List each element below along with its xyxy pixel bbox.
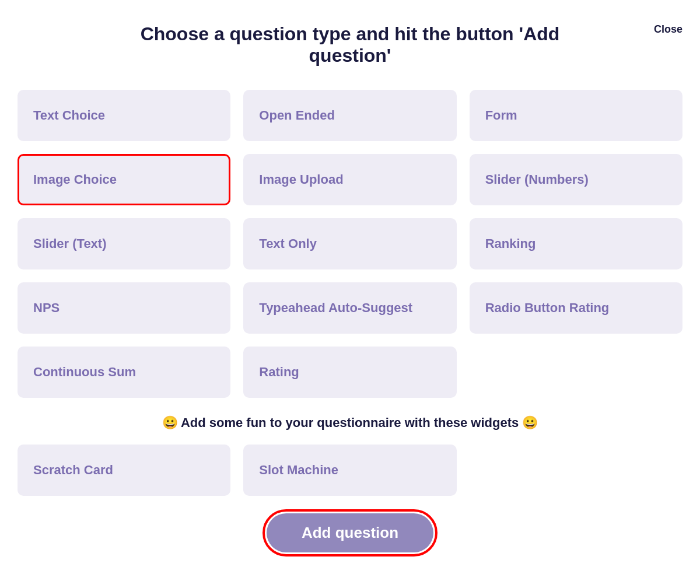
widget-card-scratch-card[interactable]: Scratch Card xyxy=(18,444,230,496)
card-label-slider-numbers: Slider (Numbers) xyxy=(485,172,589,187)
card-slider-numbers[interactable]: Slider (Numbers) xyxy=(470,154,682,205)
card-continuous-sum[interactable]: Continuous Sum xyxy=(18,346,230,398)
card-label-image-upload: Image Upload xyxy=(259,172,343,187)
card-label-open-ended: Open Ended xyxy=(259,108,335,123)
widget-label-slot-machine: Slot Machine xyxy=(259,463,338,477)
widgets-section-title: 😀 Add some fun to your questionnaire wit… xyxy=(18,415,682,430)
widget-card-slot-machine[interactable]: Slot Machine xyxy=(243,444,456,496)
card-label-text-choice: Text Choice xyxy=(33,108,105,123)
card-form[interactable]: Form xyxy=(470,90,682,141)
page-title: Choose a question type and hit the butto… xyxy=(117,23,583,66)
widgets-grid: Scratch CardSlot Machine xyxy=(18,444,682,496)
card-rating[interactable]: Rating xyxy=(243,346,456,398)
card-label-radio-button-rating: Radio Button Rating xyxy=(485,300,610,315)
question-type-grid: Text ChoiceOpen EndedFormImage ChoiceIma… xyxy=(18,90,682,398)
card-label-slider-text: Slider (Text) xyxy=(33,236,107,251)
page-header: Choose a question type and hit the butto… xyxy=(18,18,682,66)
close-button[interactable]: Close xyxy=(654,23,682,36)
card-label-typeahead: Typeahead Auto-Suggest xyxy=(259,300,412,315)
card-text-only[interactable]: Text Only xyxy=(243,218,456,270)
card-label-rating: Rating xyxy=(259,365,299,379)
card-image-choice[interactable]: Image Choice xyxy=(18,154,230,205)
card-text-choice[interactable]: Text Choice xyxy=(18,90,230,141)
card-open-ended[interactable]: Open Ended xyxy=(243,90,456,141)
add-question-button[interactable]: Add question xyxy=(267,513,433,552)
card-ranking[interactable]: Ranking xyxy=(470,218,682,270)
card-label-ranking: Ranking xyxy=(485,236,536,251)
widget-label-scratch-card: Scratch Card xyxy=(33,463,113,477)
widgets-section: 😀 Add some fun to your questionnaire wit… xyxy=(18,415,682,496)
card-radio-button-rating[interactable]: Radio Button Rating xyxy=(470,282,682,334)
add-button-wrapper: Add question xyxy=(18,513,682,552)
card-slider-text[interactable]: Slider (Text) xyxy=(18,218,230,270)
card-nps[interactable]: NPS xyxy=(18,282,230,334)
card-label-continuous-sum: Continuous Sum xyxy=(33,365,136,379)
card-label-form: Form xyxy=(485,108,517,123)
card-label-image-choice: Image Choice xyxy=(33,172,117,187)
card-label-nps: NPS xyxy=(33,300,60,315)
card-label-text-only: Text Only xyxy=(259,236,317,251)
card-typeahead[interactable]: Typeahead Auto-Suggest xyxy=(243,282,456,334)
card-image-upload[interactable]: Image Upload xyxy=(243,154,456,205)
